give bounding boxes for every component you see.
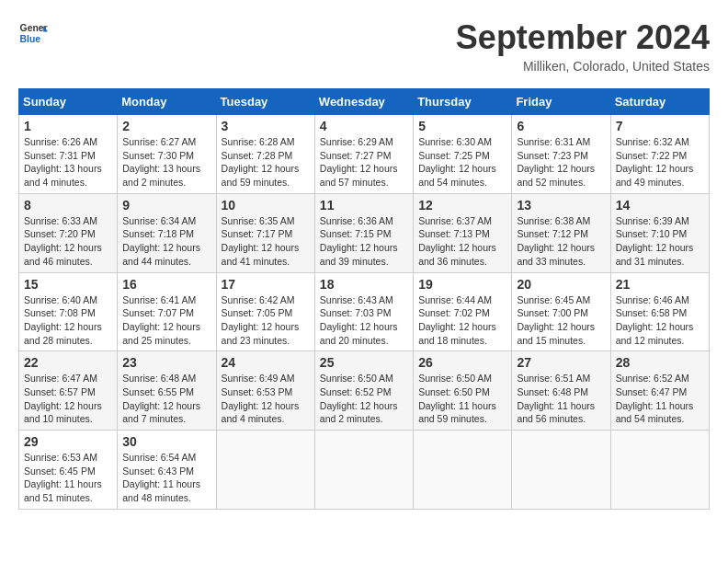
calendar-cell: 13 Sunrise: 6:38 AM Sunset: 7:12 PM Dayl… xyxy=(512,193,610,272)
sunrise-label: Sunrise: 6:44 AM xyxy=(418,294,492,305)
sunset-label: Sunset: 7:07 PM xyxy=(122,307,194,318)
calendar-cell: 30 Sunrise: 6:54 AM Sunset: 6:43 PM Dayl… xyxy=(118,431,216,510)
day-info: Sunrise: 6:27 AM Sunset: 7:30 PM Dayligh… xyxy=(122,135,210,190)
daylight-label: Daylight: 11 hours and 51 minutes. xyxy=(24,478,102,503)
day-number: 23 xyxy=(122,355,210,370)
day-number: 30 xyxy=(122,434,210,449)
sunrise-label: Sunrise: 6:46 AM xyxy=(616,294,689,305)
sunset-label: Sunset: 6:50 PM xyxy=(418,386,490,397)
title-area: September 2024 Milliken, Colorado, Unite… xyxy=(456,18,710,74)
day-number: 18 xyxy=(320,277,408,292)
day-number: 15 xyxy=(24,277,112,292)
calendar-cell: 11 Sunrise: 6:36 AM Sunset: 7:15 PM Dayl… xyxy=(314,193,413,272)
calendar-cell: 26 Sunrise: 6:50 AM Sunset: 6:50 PM Dayl… xyxy=(414,351,512,431)
calendar-cell: 16 Sunrise: 6:41 AM Sunset: 7:07 PM Dayl… xyxy=(118,272,216,351)
logo: General Blue xyxy=(18,18,48,48)
sunset-label: Sunset: 6:48 PM xyxy=(517,386,588,397)
calendar-cell xyxy=(512,431,610,510)
day-info: Sunrise: 6:39 AM Sunset: 7:10 PM Dayligh… xyxy=(616,214,704,269)
day-number: 25 xyxy=(320,355,408,370)
day-number: 6 xyxy=(517,119,605,133)
day-info: Sunrise: 6:37 AM Sunset: 7:13 PM Dayligh… xyxy=(418,214,506,269)
day-number: 1 xyxy=(24,119,112,133)
sunrise-label: Sunrise: 6:47 AM xyxy=(24,373,97,384)
weekday-header-row: SundayMondayTuesdayWednesdayThursdayFrid… xyxy=(19,89,710,115)
sunset-label: Sunset: 7:15 PM xyxy=(320,228,392,239)
daylight-label: Daylight: 11 hours and 54 minutes. xyxy=(616,400,694,425)
calendar-cell: 20 Sunrise: 6:45 AM Sunset: 7:00 PM Dayl… xyxy=(512,272,610,351)
daylight-label: Daylight: 12 hours and 23 minutes. xyxy=(222,321,300,346)
day-number: 3 xyxy=(222,119,310,133)
sunset-label: Sunset: 7:13 PM xyxy=(418,228,490,239)
calendar-table: SundayMondayTuesdayWednesdayThursdayFrid… xyxy=(18,88,710,510)
sunset-label: Sunset: 6:47 PM xyxy=(616,386,688,397)
calendar-cell: 19 Sunrise: 6:44 AM Sunset: 7:02 PM Dayl… xyxy=(414,272,512,351)
sunset-label: Sunset: 7:10 PM xyxy=(616,228,688,239)
sunrise-label: Sunrise: 6:41 AM xyxy=(122,294,196,305)
day-number: 4 xyxy=(320,119,408,133)
calendar-cell xyxy=(216,431,314,510)
sunrise-label: Sunrise: 6:35 AM xyxy=(222,215,295,226)
day-info: Sunrise: 6:51 AM Sunset: 6:48 PM Dayligh… xyxy=(517,372,605,426)
calendar-cell: 27 Sunrise: 6:51 AM Sunset: 6:48 PM Dayl… xyxy=(512,351,610,431)
day-number: 2 xyxy=(122,119,210,133)
sunset-label: Sunset: 7:05 PM xyxy=(222,307,293,318)
calendar-cell: 28 Sunrise: 6:52 AM Sunset: 6:47 PM Dayl… xyxy=(610,351,709,431)
calendar-cell: 1 Sunrise: 6:26 AM Sunset: 7:31 PM Dayli… xyxy=(19,115,118,194)
sunrise-label: Sunrise: 6:39 AM xyxy=(616,215,689,226)
day-info: Sunrise: 6:34 AM Sunset: 7:18 PM Dayligh… xyxy=(122,214,210,269)
page-header: General Blue September 2024 Milliken, Co… xyxy=(18,18,710,74)
sunset-label: Sunset: 7:17 PM xyxy=(222,228,293,239)
sunset-label: Sunset: 6:43 PM xyxy=(122,465,194,477)
calendar-cell: 3 Sunrise: 6:28 AM Sunset: 7:28 PM Dayli… xyxy=(216,115,314,194)
day-info: Sunrise: 6:50 AM Sunset: 6:52 PM Dayligh… xyxy=(320,372,408,426)
sunset-label: Sunset: 7:28 PM xyxy=(222,150,293,161)
sunrise-label: Sunrise: 6:51 AM xyxy=(517,373,590,384)
weekday-header-sunday: Sunday xyxy=(19,89,118,115)
calendar-cell: 17 Sunrise: 6:42 AM Sunset: 7:05 PM Dayl… xyxy=(216,272,314,351)
weekday-header-friday: Friday xyxy=(512,89,610,115)
day-info: Sunrise: 6:48 AM Sunset: 6:55 PM Dayligh… xyxy=(122,372,210,426)
sunrise-label: Sunrise: 6:52 AM xyxy=(616,373,689,384)
day-info: Sunrise: 6:42 AM Sunset: 7:05 PM Dayligh… xyxy=(222,293,310,348)
day-number: 27 xyxy=(517,355,605,370)
sunset-label: Sunset: 7:08 PM xyxy=(24,307,96,318)
sunrise-label: Sunrise: 6:49 AM xyxy=(222,373,295,384)
daylight-label: Daylight: 12 hours and 36 minutes. xyxy=(418,242,496,267)
calendar-cell: 6 Sunrise: 6:31 AM Sunset: 7:23 PM Dayli… xyxy=(512,115,610,194)
calendar-cell xyxy=(314,431,413,510)
day-info: Sunrise: 6:31 AM Sunset: 7:23 PM Dayligh… xyxy=(517,135,605,190)
calendar-week-row: 15 Sunrise: 6:40 AM Sunset: 7:08 PM Dayl… xyxy=(19,272,710,351)
day-info: Sunrise: 6:29 AM Sunset: 7:27 PM Dayligh… xyxy=(320,135,408,190)
daylight-label: Daylight: 13 hours and 4 minutes. xyxy=(24,163,102,188)
calendar-cell: 23 Sunrise: 6:48 AM Sunset: 6:55 PM Dayl… xyxy=(118,351,216,431)
sunset-label: Sunset: 7:23 PM xyxy=(517,150,588,161)
calendar-cell: 12 Sunrise: 6:37 AM Sunset: 7:13 PM Dayl… xyxy=(414,193,512,272)
sunrise-label: Sunrise: 6:33 AM xyxy=(24,215,97,226)
day-number: 16 xyxy=(122,277,210,292)
day-number: 7 xyxy=(616,119,704,133)
calendar-week-row: 29 Sunrise: 6:53 AM Sunset: 6:45 PM Dayl… xyxy=(19,431,710,510)
sunset-label: Sunset: 7:02 PM xyxy=(418,307,490,318)
day-info: Sunrise: 6:45 AM Sunset: 7:00 PM Dayligh… xyxy=(517,293,605,348)
daylight-label: Daylight: 12 hours and 4 minutes. xyxy=(222,400,300,425)
calendar-cell xyxy=(610,431,709,510)
sunrise-label: Sunrise: 6:53 AM xyxy=(24,452,97,463)
day-number: 24 xyxy=(222,355,310,370)
calendar-cell: 9 Sunrise: 6:34 AM Sunset: 7:18 PM Dayli… xyxy=(118,193,216,272)
daylight-label: Daylight: 12 hours and 59 minutes. xyxy=(222,163,300,188)
daylight-label: Daylight: 12 hours and 46 minutes. xyxy=(24,242,102,267)
calendar-cell: 4 Sunrise: 6:29 AM Sunset: 7:27 PM Dayli… xyxy=(314,115,413,194)
sunset-label: Sunset: 7:25 PM xyxy=(418,150,490,161)
day-number: 5 xyxy=(418,119,506,133)
day-info: Sunrise: 6:32 AM Sunset: 7:22 PM Dayligh… xyxy=(616,135,704,190)
calendar-cell: 21 Sunrise: 6:46 AM Sunset: 6:58 PM Dayl… xyxy=(610,272,709,351)
day-info: Sunrise: 6:43 AM Sunset: 7:03 PM Dayligh… xyxy=(320,293,408,348)
sunset-label: Sunset: 6:57 PM xyxy=(24,386,96,397)
sunrise-label: Sunrise: 6:50 AM xyxy=(418,373,492,384)
sunset-label: Sunset: 7:20 PM xyxy=(24,228,96,239)
daylight-label: Daylight: 12 hours and 15 minutes. xyxy=(517,321,595,346)
sunset-label: Sunset: 6:55 PM xyxy=(122,386,194,397)
sunrise-label: Sunrise: 6:48 AM xyxy=(122,373,196,384)
day-info: Sunrise: 6:28 AM Sunset: 7:28 PM Dayligh… xyxy=(222,135,310,190)
